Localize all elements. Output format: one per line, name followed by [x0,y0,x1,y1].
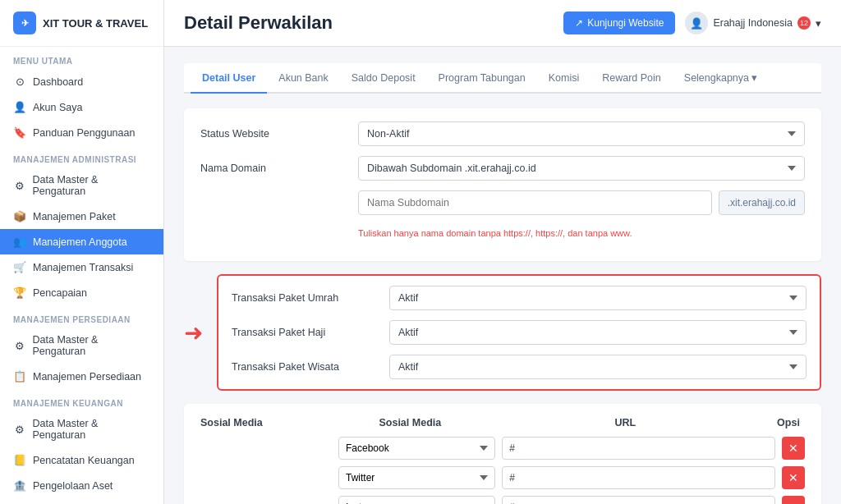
transaksi-section: Transaksi Paket Umrah Aktif Non-Aktif Tr… [217,274,821,391]
tab-detail-user[interactable]: Detail User [191,64,267,94]
content-area: Detail User Akun Bank Saldo Deposit Prog… [164,47,841,504]
chevron-down-icon: ▾ [816,17,821,30]
sidebar-item-pencapaian[interactable]: 🏆 Pencapaian [0,280,163,305]
sidebar-item-laporan-keuangan[interactable]: 📊 Laporan Keuangan [0,498,163,504]
external-link-icon: ↗ [575,17,583,29]
tab-reward-poin[interactable]: Reward Poin [591,64,673,94]
sidebar-item-data-master-keuangan[interactable]: ⚙ Data Master & Pengaturan [0,411,163,447]
sidebar-item-data-master-admin[interactable]: ⚙ Data Master & Pengaturan [0,167,163,204]
sidebar-logo: ✈ XIT TOUR & TRAVEL [0,0,163,47]
social-platform-select-twitter[interactable]: FacebookTwitterInstagramYouTubeLinkedIn [338,466,495,489]
transaksi-wisata-select[interactable]: Aktif Non-Aktif [389,355,807,379]
sidebar-item-label: Manajemen Anggota [33,236,127,248]
trophy-icon: 🏆 [13,286,26,299]
list-icon: 📋 [13,370,26,383]
subdomain-row: .xit.erahajj.co.id [200,190,805,215]
tab-saldo-deposit[interactable]: Saldo Deposit [340,64,427,94]
transaksi-wisata-row: Transaksi Paket Wisata Aktif Non-Aktif [232,355,807,379]
dashboard-icon: ⊙ [13,76,26,88]
sidebar-item-label: Data Master & Pengaturan [33,334,150,357]
sidebar-item-manajemen-anggota[interactable]: 👥 Manajemen Anggota [0,229,163,254]
sidebar-item-label: Data Master & Pengaturan [33,418,150,441]
section-label-menu-utama: MENU UTAMA [0,47,163,69]
sidebar-item-label: Data Master & Pengaturan [33,174,150,197]
avatar: 👤 [685,11,708,34]
transaksi-umrah-row: Transaksi Paket Umrah Aktif Non-Aktif [232,286,807,310]
section-label-keuangan: MANAJEMEN KEUANGAN [0,389,163,411]
social-url-input-facebook[interactable] [502,437,775,460]
highlighted-wrapper: ➜ Transaksi Paket Umrah Aktif Non-Aktif … [217,274,821,391]
domain-hint: Tuliskan hanya nama domain tanpa https:/… [358,228,632,238]
tab-komisi[interactable]: Komisi [537,64,591,94]
subdomain-input-group: .xit.erahajj.co.id [358,190,805,215]
hint-row: Tuliskan hanya nama domain tanpa https:/… [200,225,805,238]
nama-domain-label: Nama Domain [200,163,348,174]
sidebar-item-label: Pencapaian [33,287,87,299]
gear-icon: ⚙ [13,424,26,436]
website-form-card: Status Website Non-Aktif Aktif Nama Doma… [184,108,821,261]
nama-domain-row: Nama Domain Dibawah Subdomain .xit.eraha… [200,156,805,181]
tab-program-tabungan[interactable]: Program Tabungan [427,64,537,94]
cart-icon: 🛒 [13,261,26,273]
social-url-input-instagram[interactable] [502,496,775,504]
logo-text: XIT TOUR & TRAVEL [43,17,148,30]
sidebar-item-label: Akun Saya [33,102,82,113]
sosial-section-label: Sosial Media [200,417,332,428]
sidebar-item-manajemen-persediaan[interactable]: 📋 Manajemen Persediaan [0,364,163,389]
sidebar-item-label: Manajemen Persediaan [33,371,141,383]
sidebar-item-pencatatan-keuangan[interactable]: 📒 Pencatatan Keuangan [0,447,163,473]
sidebar-item-manajemen-transaksi[interactable]: 🛒 Manajemen Transaksi [0,254,163,280]
dropdown-arrow-icon: ▾ [751,71,757,84]
sidebar-item-panduan[interactable]: 🔖 Panduan Penggunaan [0,120,163,145]
transaksi-umrah-select[interactable]: Aktif Non-Aktif [389,286,807,310]
nama-domain-select[interactable]: Dibawah Subdomain .xit.erahajj.co.id Dom… [358,156,805,181]
sidebar-item-label: Panduan Penggunaan [33,127,135,139]
visit-website-button[interactable]: ↗ Kunjungi Website [563,11,675,34]
section-label-admin: MANAJEMEN ADMINISTRASI [0,145,163,167]
transaksi-wisata-label: Transaksi Paket Wisata [232,361,379,373]
logo-icon: ✈ [13,11,36,34]
social-row-instagram: FacebookTwitterInstagramYouTubeLinkedIn … [200,496,805,504]
sidebar-item-label: Pencatatan Keuangan [33,455,135,466]
sidebar-item-label: Manajemen Paket [33,211,116,222]
sidebar: ✈ XIT TOUR & TRAVEL MENU UTAMA ⊙ Dashboa… [0,0,164,504]
subdomain-suffix: .xit.erahajj.co.id [719,190,805,215]
status-website-row: Status Website Non-Aktif Aktif [200,121,805,146]
status-website-label: Status Website [200,128,348,140]
transaksi-haji-select[interactable]: Aktif Non-Aktif [389,320,807,345]
transaksi-haji-row: Transaksi Paket Haji Aktif Non-Aktif [232,320,807,345]
sidebar-item-label: Manajemen Transaksi [33,262,133,273]
user-icon: 👤 [13,101,26,113]
package-icon: 📦 [13,210,26,222]
status-website-select[interactable]: Non-Aktif Aktif [358,121,805,146]
social-row-facebook: FacebookTwitterInstagramYouTubeLinkedIn … [200,437,805,460]
gear-icon: ⚙ [13,340,26,352]
ledger-icon: 📒 [13,454,26,466]
tab-bar: Detail User Akun Bank Saldo Deposit Prog… [184,63,821,94]
sidebar-item-data-master-persediaan[interactable]: ⚙ Data Master & Pengaturan [0,328,163,364]
tab-selengkapnya[interactable]: Selengkapnya ▾ [673,63,769,94]
subdomain-input[interactable] [358,190,712,215]
sidebar-item-manajemen-paket[interactable]: 📦 Manajemen Paket [0,204,163,229]
sosial-col-header: Sosial Media [342,417,479,428]
social-platform-select-instagram[interactable]: FacebookTwitterInstagramYouTubeLinkedIn [338,496,495,504]
social-delete-button-facebook[interactable]: ✕ [782,437,805,460]
sidebar-item-label: Pengelolaan Aset [33,480,113,492]
bookmark-icon: 🔖 [13,126,26,139]
bank-icon: 🏦 [13,479,26,492]
user-menu[interactable]: 👤 Erahajj Indonesia 12 ▾ [685,11,821,34]
group-icon: 👥 [13,236,26,248]
tab-akun-bank[interactable]: Akun Bank [267,64,339,94]
sidebar-item-akun-saya[interactable]: 👤 Akun Saya [0,94,163,120]
section-label-persediaan: MANAJEMEN PERSEDIAAN [0,305,163,328]
sidebar-item-pengelolaan-aset[interactable]: 🏦 Pengelolaan Aset [0,473,163,498]
social-url-input-twitter[interactable] [502,466,775,489]
social-delete-button-instagram[interactable]: ✕ [782,496,805,504]
social-platform-select-facebook[interactable]: FacebookTwitterInstagramYouTubeLinkedIn [338,437,495,460]
header-right: ↗ Kunjungi Website 👤 Erahajj Indonesia 1… [563,11,821,34]
social-delete-button-twitter[interactable]: ✕ [782,466,805,489]
notification-badge: 12 [797,16,811,30]
sidebar-item-label: Dashboard [33,76,83,88]
page-title: Detail Perwakilan [184,12,333,34]
sidebar-item-dashboard[interactable]: ⊙ Dashboard [0,69,163,94]
